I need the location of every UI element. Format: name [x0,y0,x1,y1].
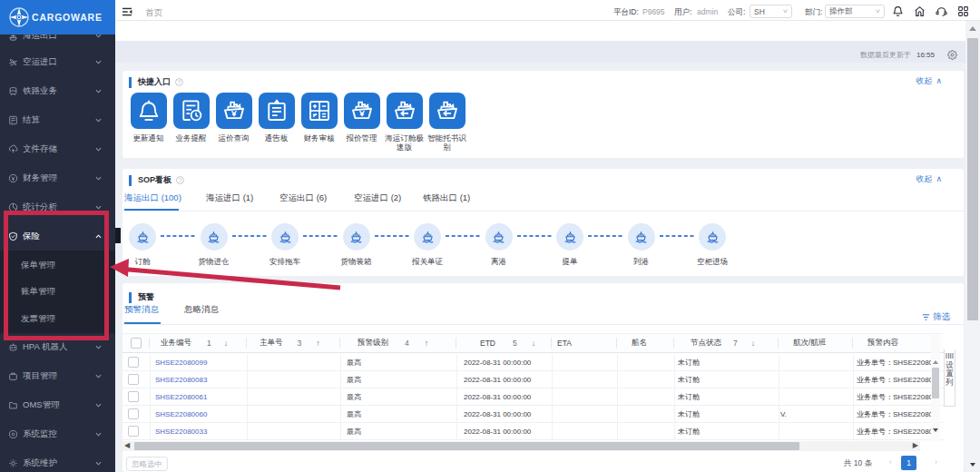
svg-text:CARGOWARE: CARGOWARE [32,12,103,23]
